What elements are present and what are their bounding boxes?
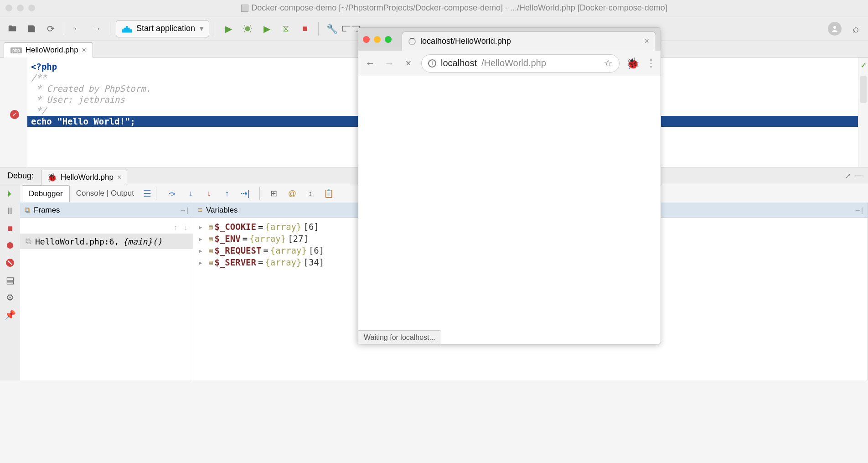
debug-button[interactable]	[240, 21, 255, 36]
run-to-cursor-icon[interactable]: ⇢|	[240, 188, 250, 198]
force-step-into-icon[interactable]: ↓	[204, 188, 214, 198]
php-file-icon: php	[10, 47, 22, 53]
var-type: {array}	[265, 257, 301, 267]
var-name: $_REQUEST	[214, 245, 261, 255]
separator	[156, 187, 156, 200]
scrollbar-marker[interactable]	[860, 76, 867, 103]
save-button[interactable]	[24, 21, 39, 36]
step-over-icon[interactable]: ⤼	[167, 188, 177, 198]
bookmark-star-icon[interactable]: ☆	[604, 57, 613, 69]
code-line: * Created by PhpStorm.	[27, 83, 151, 94]
step-into-icon[interactable]: ↓	[186, 188, 196, 198]
separator	[259, 187, 260, 200]
separator	[110, 22, 110, 36]
expand-arrow-icon[interactable]: ▸	[198, 245, 205, 255]
var-count: [6]	[309, 245, 324, 255]
array-icon: ▤	[209, 247, 212, 254]
dock-icon[interactable]: ⤢	[845, 172, 851, 180]
layout-button[interactable]: ▤	[4, 274, 16, 286]
chevron-down-icon: ▾	[200, 24, 203, 33]
pin-button[interactable]: 📌	[4, 308, 16, 321]
var-count: [27]	[288, 234, 309, 244]
minimize-window-icon[interactable]	[17, 5, 24, 11]
forward-button[interactable]: →	[89, 21, 104, 36]
frame-row[interactable]: ⧉ HelloWorld.php:6, {main}()	[20, 234, 193, 249]
browser-status-text: Waiting for localhost...	[364, 333, 435, 342]
mute-breakpoints-button[interactable]	[4, 256, 16, 269]
search-button[interactable]: ⌕	[848, 21, 863, 36]
browser-back-icon[interactable]: ←	[364, 57, 377, 69]
separator	[318, 22, 319, 36]
profile-button[interactable]: ⧖	[278, 21, 294, 36]
run-button[interactable]: ▶	[221, 21, 236, 36]
url-path: /HelloWorld.php	[481, 58, 546, 68]
coverage-button[interactable]: ▶	[259, 21, 274, 36]
close-tab-icon[interactable]: ×	[644, 36, 649, 46]
url-host: localhost	[441, 58, 477, 68]
structure-button[interactable]: ⫍⫎	[343, 21, 359, 36]
thread-restore-icon[interactable]: ☰	[143, 188, 151, 199]
stop-button[interactable]: ■	[297, 21, 313, 36]
frame-function: {main}()	[123, 237, 162, 246]
back-button[interactable]: ←	[70, 21, 85, 36]
run-config-selector[interactable]: Start application ▾	[116, 20, 209, 37]
tab-console[interactable]: Console | Output	[70, 185, 140, 202]
var-type: {array}	[270, 245, 307, 255]
frame-down-icon[interactable]: ↓	[184, 224, 187, 232]
user-avatar-icon[interactable]	[828, 22, 842, 36]
browser-window-controls	[363, 36, 392, 43]
address-bar[interactable]: i localhost/HelloWorld.php ☆	[421, 54, 620, 73]
evaluate-expression-icon[interactable]: ⊞	[269, 188, 279, 198]
editor-tab[interactable]: php HelloWorld.php ×	[4, 42, 93, 57]
separator	[215, 22, 215, 36]
pause-button[interactable]: ⏸	[4, 204, 16, 217]
resume-button[interactable]: ⏵	[4, 187, 16, 200]
frame-label: HelloWorld.php:6,	[35, 237, 119, 246]
gutter[interactable]: ✓	[0, 57, 27, 167]
debug-session-tab[interactable]: 🐞 HelloWorld.php ×	[41, 170, 127, 185]
var-name: $_SERVER	[214, 257, 256, 267]
collapse-icon[interactable]: →|	[854, 206, 863, 214]
close-window-icon[interactable]	[5, 5, 12, 11]
sync-button[interactable]: ⟳	[43, 21, 58, 36]
close-window-icon[interactable]	[363, 36, 370, 43]
svg-line-4	[250, 25, 251, 26]
expand-arrow-icon[interactable]: ▸	[198, 234, 205, 244]
window-title: Docker-compose-demo [~/PhpstormProjects/…	[241, 3, 667, 13]
sort-icon[interactable]: ↕	[305, 188, 315, 198]
maximize-window-icon[interactable]	[28, 5, 35, 11]
tools-button[interactable]: 🔧	[324, 21, 340, 36]
debug-side-controls: ⏵ ⏸ ■ ▤ ⚙ 📌	[0, 184, 20, 380]
browser-status-bar: Waiting for localhost...	[358, 330, 441, 344]
maximize-window-icon[interactable]	[385, 36, 392, 43]
copy-icon[interactable]: 📋	[324, 188, 334, 198]
step-out-icon[interactable]: ↑	[222, 188, 232, 198]
expand-arrow-icon[interactable]: ▸	[198, 257, 205, 267]
browser-menu-icon[interactable]: ⋮	[646, 57, 655, 69]
browser-tab[interactable]: localhost/HelloWorld.php ×	[402, 31, 656, 51]
loading-spinner-icon	[408, 38, 416, 45]
site-info-icon[interactable]: i	[428, 59, 436, 68]
xdebug-extension-icon[interactable]: 🐞	[626, 57, 640, 70]
browser-stop-icon[interactable]: ×	[402, 57, 415, 69]
close-session-icon[interactable]: ×	[117, 173, 121, 182]
watch-icon[interactable]: @	[287, 188, 297, 198]
view-breakpoints-button[interactable]	[4, 239, 16, 252]
browser-forward-icon[interactable]: →	[383, 57, 396, 69]
minimize-panel-icon[interactable]: —	[855, 172, 863, 180]
collapse-icon[interactable]: →|	[180, 206, 188, 214]
minimize-window-icon[interactable]	[374, 36, 381, 43]
array-icon: ▤	[209, 259, 212, 266]
stop-debug-button[interactable]: ■	[4, 222, 16, 234]
expand-arrow-icon[interactable]: ▸	[198, 222, 205, 232]
separator	[64, 22, 64, 36]
close-tab-icon[interactable]: ×	[82, 46, 86, 54]
frame-up-icon[interactable]: ↑	[174, 224, 177, 232]
settings-button[interactable]: ⚙	[4, 291, 16, 304]
var-name: $_COOKIE	[214, 222, 256, 232]
inspection-ok-icon: ✓	[860, 60, 867, 70]
breakpoint-icon[interactable]: ✓	[10, 110, 19, 119]
var-type: {array}	[249, 234, 286, 244]
tab-debugger[interactable]: Debugger	[22, 185, 70, 202]
open-folder-button[interactable]	[5, 21, 20, 36]
